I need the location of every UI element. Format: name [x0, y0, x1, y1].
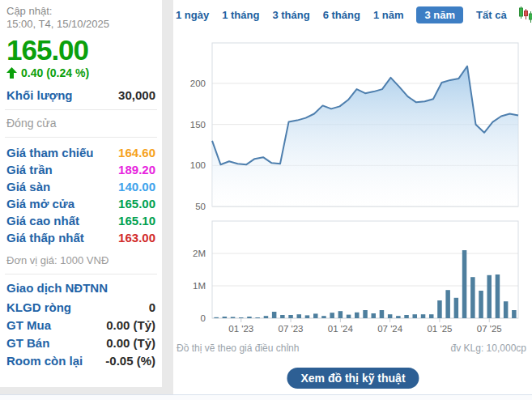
updated-time: 15:00, T4, 15/10/2025: [6, 18, 155, 31]
row-open-price: Giá mở cửa 165.00: [6, 195, 155, 212]
row-label: Giá cao nhất: [6, 214, 79, 228]
row-label: Giá tham chiếu: [6, 146, 94, 160]
row-floor-price: Giá sàn 140.00: [6, 178, 155, 195]
volume-bar-chart[interactable]: 01M2M01 '2307 '2301 '2407 '2401 '2507 '2…: [173, 217, 532, 340]
close-label: Đóng cửa: [6, 117, 155, 130]
row-reference-price: Giá tham chiếu 164.60: [6, 144, 155, 161]
row-net-volume: KLGD ròng 0: [6, 298, 155, 316]
svg-text:01 '23: 01 '23: [228, 324, 253, 334]
svg-text:150: 150: [190, 120, 206, 130]
updated-label: Cập nhật:: [6, 5, 155, 18]
row-label: KLGD ròng: [6, 300, 71, 314]
row-buy-value: GT Mua 0.00 (Tỷ): [6, 316, 155, 334]
row-low-price: Giá thấp nhất 163.00: [6, 229, 155, 246]
foreign-trading-title: Giao dịch NĐTNN: [6, 281, 155, 295]
svg-text:50: 50: [195, 202, 206, 211]
volume-row: Khối lượng 30,000: [6, 88, 155, 102]
row-label: Room còn lại: [6, 354, 83, 368]
price-change: 0.40 (0.24 %): [6, 66, 155, 79]
period-tabs: 1 ngày 1 tháng 3 tháng 6 tháng 1 năm 3 n…: [176, 6, 532, 23]
row-value: 165.10: [118, 214, 155, 228]
row-value: 164.60: [118, 146, 155, 160]
volume-unit-note: đv KLg: 10,000cp: [451, 343, 526, 354]
price-unit-note: Đơn vị giá: 1000 VNĐ: [6, 254, 155, 266]
tab-6-thang[interactable]: 6 tháng: [323, 9, 360, 21]
tab-1-ngay[interactable]: 1 ngày: [176, 9, 209, 21]
row-label: GT Mua: [6, 318, 51, 332]
divider: [5, 109, 157, 110]
row-value: 0.00 (Tỷ): [106, 336, 155, 350]
arrow-up-icon: [6, 67, 17, 79]
row-sell-value: GT Bán 0.00 (Tỷ): [6, 334, 155, 351]
row-value: 163.00: [118, 231, 155, 245]
row-high-price: Giá cao nhất 165.10: [6, 212, 155, 229]
quote-panel: Cập nhật: 15:00, T4, 15/10/2025 165.00 0…: [0, 0, 162, 387]
tab-tat-ca[interactable]: Tất cả: [476, 9, 507, 21]
svg-text:01 '24: 01 '24: [328, 324, 354, 334]
svg-text:100: 100: [190, 160, 206, 170]
svg-text:07 '25: 07 '25: [477, 324, 502, 334]
row-room-left: Room còn lại -0.05 (%): [6, 351, 155, 369]
last-price: 165.00: [6, 35, 155, 66]
svg-text:07 '23: 07 '23: [279, 324, 304, 334]
row-value: 0.00 (Tỷ): [106, 318, 155, 332]
row-value: 0: [149, 300, 155, 314]
tab-1-thang[interactable]: 1 tháng: [222, 9, 259, 21]
row-label: GT Bán: [6, 336, 49, 350]
price-area-chart[interactable]: 50100150200: [173, 36, 532, 219]
adjusted-price-note: Đồ thị vẽ theo giá điều chỉnh: [177, 343, 299, 354]
change-value: 0.40 (0.24 %): [21, 66, 89, 79]
row-value: 140.00: [118, 180, 155, 194]
svg-text:07 '24: 07 '24: [377, 324, 403, 334]
chart-footnotes: Đồ thị vẽ theo giá điều chỉnh đv KLg: 10…: [177, 343, 526, 354]
svg-text:200: 200: [190, 79, 206, 88]
row-value: -0.05 (%): [105, 354, 155, 368]
bottom-divider: [0, 394, 532, 400]
svg-text:01 '25: 01 '25: [427, 324, 452, 334]
row-label: Giá sàn: [6, 180, 50, 194]
svg-text:1M: 1M: [193, 281, 206, 291]
tab-1-nam[interactable]: 1 năm: [373, 9, 404, 21]
candlestick-chart-icon[interactable]: [518, 6, 532, 23]
row-value: 165.00: [118, 197, 155, 211]
last-updated: Cập nhật: 15:00, T4, 15/10/2025: [6, 5, 155, 31]
row-label: Giá trần: [6, 163, 53, 177]
tab-3-nam[interactable]: 3 năm: [416, 6, 463, 23]
row-label: Giá mở cửa: [6, 197, 74, 211]
row-label: Giá thấp nhất: [6, 231, 84, 245]
divider: [5, 137, 157, 138]
svg-text:0: 0: [201, 313, 206, 323]
technical-chart-button[interactable]: Xem đồ thị kỹ thuật: [287, 368, 419, 389]
svg-text:2M: 2M: [193, 249, 206, 258]
tab-3-thang[interactable]: 3 tháng: [272, 9, 309, 21]
volume-label: Khối lượng: [6, 88, 73, 102]
volume-value: 30,000: [118, 88, 155, 102]
row-ceiling-price: Giá trần 189.20: [6, 161, 155, 178]
divider: [5, 274, 157, 274]
row-value: 189.20: [118, 163, 155, 177]
